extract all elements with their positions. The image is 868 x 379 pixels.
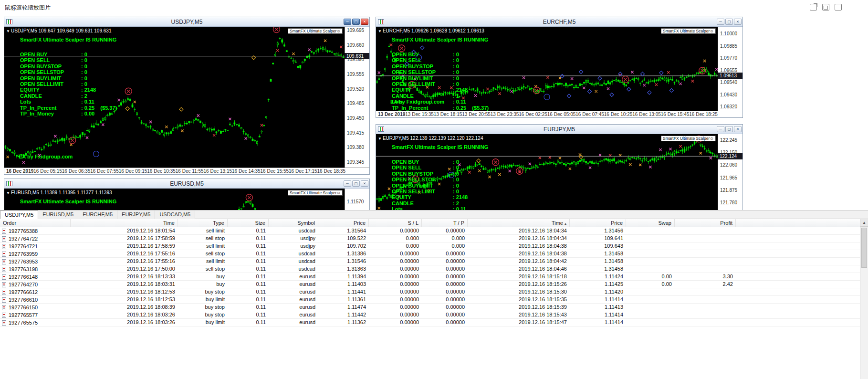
ea-param-label: OPEN SELLLIMIT (392, 189, 453, 194)
order-row[interactable]: 19277666102019.12.16 18:12:53buy limit0.… (0, 296, 860, 304)
time-axis-label: 16 Dec 07:45 (575, 112, 604, 117)
price-axis-label: 1.09770 (720, 55, 742, 61)
column-header-8-time[interactable]: Time▴ (468, 219, 570, 227)
cell-text: eurusd (299, 304, 315, 310)
cell-text: 1.31363 (347, 266, 366, 272)
cell-text: 1927763198 (9, 266, 38, 273)
window-titlebar[interactable]: EURCHF,M5 – □ × (376, 17, 743, 27)
ea-param-row: OPEN BUYLIMIT: 0 (392, 75, 489, 81)
column-header-1-time[interactable]: Time (71, 219, 178, 227)
window-titlebar[interactable]: USDJPY,M5 – □ × (4, 17, 369, 27)
order-doc-icon (2, 297, 6, 303)
close-button[interactable]: × (734, 126, 742, 132)
order-row[interactable]: 19277661482019.12.16 18:13:33buy0.11euru… (0, 273, 860, 281)
ea-param-label: OPEN BUYLIMIT (392, 183, 453, 189)
minimize-button[interactable]: – (344, 19, 351, 25)
cell-text: 0.00000 (446, 312, 465, 317)
cell-text: eurusd (299, 274, 315, 279)
cell-text: 2019.12.16 18:03:31 (127, 281, 175, 287)
column-header-7-tp[interactable]: T / P (422, 219, 468, 227)
orders-tab-usdjpy[interactable]: USDJPY,M5 (0, 211, 38, 219)
restore-window-icon[interactable] (822, 4, 829, 11)
orders-tab-usdcad[interactable]: USDCAD,M5 (155, 211, 195, 219)
minimize-button[interactable]: – (344, 180, 351, 187)
window-titlebar[interactable]: EURUSD,M5 – □ × (4, 179, 369, 189)
maximize-button[interactable]: □ (725, 19, 733, 25)
ea-param-label: Lots (20, 99, 81, 105)
order-row[interactable]: 19277631982019.12.16 17:50:00sell stop0.… (0, 265, 860, 273)
maximize-button[interactable]: □ (352, 180, 360, 187)
ea-param-label: TP_In_Money (20, 111, 81, 116)
column-header-0-order[interactable]: Order (0, 219, 71, 227)
maximize-window-icon[interactable] (835, 4, 842, 11)
order-row[interactable]: 19277642702019.12.16 18:03:31buy0.11euru… (0, 281, 860, 288)
column-header-4-symbol[interactable]: Symbol (269, 219, 318, 227)
order-row[interactable]: 19277655752019.12.16 18:03:26buy limit0.… (0, 319, 860, 326)
cell-text: 0.11 (256, 289, 266, 295)
scrollbar-thumb[interactable] (861, 228, 867, 268)
close-button[interactable]: × (361, 19, 368, 25)
ea-param-label: CANDLE (392, 93, 453, 99)
order-row[interactable]: 19277639532019.12.16 17:55:16sell limit0… (0, 258, 860, 265)
ea-param-label: EQUITY (20, 87, 81, 93)
time-axis-label: 16 Dec 2019 (6, 168, 33, 174)
order-doc-icon (2, 274, 6, 280)
ea-param-value: : 0.25 ($5.37) (81, 105, 117, 111)
orders-table-header: OrderTimeTypeSizeSymbolPriceS / LT / PTi… (0, 219, 860, 227)
price-axis-label: 1.09655 (720, 68, 742, 73)
ea-param-label: OPEN BUY (20, 52, 81, 57)
time-axis-label: 16 Dec 14:35 (232, 168, 261, 174)
window-buttons: – □ × (343, 180, 369, 187)
price-axis: 1.100001.098851.097701.096551.095401.094… (718, 27, 743, 111)
close-button[interactable]: × (734, 19, 742, 25)
order-row[interactable]: 19277661502019.12.16 18:08:39buy stop0.1… (0, 304, 860, 311)
order-row[interactable]: 19277647222019.12.16 17:58:59sell stop0.… (0, 235, 860, 242)
orders-tab-eurchf[interactable]: EURCHF,M5 (78, 211, 117, 219)
ea-param-row: OPEN BUYLIMIT: 0 (20, 75, 117, 81)
vertical-scrollbar[interactable]: ▲ (860, 219, 868, 379)
cell-text: buy (216, 274, 225, 279)
price-axis-label: 1.09430 (720, 92, 742, 97)
window-title: USDJPY,M5 (4, 19, 369, 25)
order-row[interactable]: 19277653882019.12.16 18:01:54sell limit0… (0, 227, 860, 235)
open-external-icon[interactable] (810, 4, 817, 11)
orders-tab-eurjpy[interactable]: EURJPY,M5 (117, 211, 155, 219)
header-icons (810, 4, 842, 11)
column-header-3-size[interactable]: Size (228, 219, 269, 227)
close-button[interactable]: × (361, 180, 368, 187)
scroll-up-button[interactable]: ▲ (860, 219, 868, 227)
column-header-5-price[interactable]: Price (318, 219, 369, 227)
maximize-button[interactable]: □ (725, 126, 733, 132)
order-row[interactable]: 19277666122019.12.16 18:12:53buy stop0.1… (0, 288, 860, 296)
window-titlebar[interactable]: EURJPY,M5 – □ × (376, 125, 743, 134)
time-axis-label: 16 Dec 05:15 (33, 168, 62, 174)
minimize-button[interactable]: – (717, 19, 724, 25)
column-header-2-type[interactable]: Type (178, 219, 228, 227)
ea-param-label: OPEN SELLSTOP (392, 177, 453, 182)
chart-area-usdjpy[interactable]: ▼USDJPY,M5 109.647 109.649 109.631 109.6… (4, 27, 369, 174)
ea-param-row: OPEN SELLLIMIT: 0 (392, 81, 489, 87)
column-header-10-swap[interactable]: Swap (626, 219, 675, 227)
column-header-9-price[interactable]: Price (570, 219, 626, 227)
cell-text: sell stop (206, 251, 225, 256)
order-row[interactable]: 19277655772019.12.16 18:03:26buy stop0.1… (0, 311, 860, 319)
quote-line: ▼EURCHF,M5 1.09626 1.09628 1.09612 1.096… (378, 28, 484, 33)
ea-param-row: CANDLE: 2 (392, 200, 468, 206)
cell-text: eurusd (299, 319, 315, 325)
column-header-6-sl[interactable]: S / L (369, 219, 422, 227)
ea-param-row: OPEN SELLLIMIT: 0 (392, 189, 468, 194)
order-row[interactable]: 19277639592019.12.16 17:55:16sell stop0.… (0, 250, 860, 258)
ea-param-row: TP_In_Money: 0.00 (20, 111, 117, 116)
column-header-11-profit[interactable]: Profit (675, 219, 736, 227)
maximize-button[interactable]: □ (352, 19, 360, 25)
cell-text: 2019.12.16 18:04:46 (519, 266, 567, 272)
orders-tab-eurusd[interactable]: EURUSD,M5 (38, 211, 78, 219)
cell-text: 2019.12.16 18:04:34 (519, 235, 567, 241)
ea-badge: SmartFX Ultimate Scalper☺ (661, 28, 716, 34)
tick-down-icon: ▼ (378, 29, 382, 33)
chart-area-eurchf[interactable]: ▼EURCHF,M5 1.09626 1.09628 1.09612 1.096… (376, 27, 743, 117)
order-row[interactable]: 19277647212019.12.16 17:58:59sell limit0… (0, 242, 860, 250)
ea-param-row: TP_In_Percent: 0.25 ($5.37) (20, 105, 117, 111)
price-axis-label: 109.520 (347, 86, 368, 92)
minimize-button[interactable]: – (717, 126, 724, 132)
